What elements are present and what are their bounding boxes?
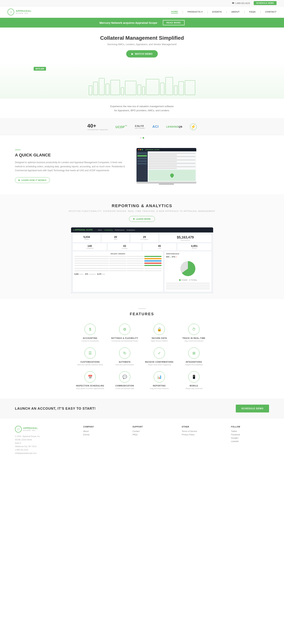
table-header: RECENT ORDERS bbox=[74, 253, 162, 255]
footer-contact-link[interactable]: Contact bbox=[133, 430, 170, 432]
dot-1[interactable] bbox=[140, 137, 142, 138]
bottom-stat-2: 679 Completed bbox=[85, 273, 96, 275]
cell bbox=[74, 260, 109, 262]
integrations-icon: ⊞ bbox=[188, 348, 199, 359]
mobile-desc: Always stay connected bbox=[178, 388, 209, 390]
footer-faqs-link[interactable]: FAQs bbox=[133, 434, 170, 436]
dot-yellow bbox=[140, 149, 141, 150]
monitor-bar: APPRAISAL SCOPE bbox=[137, 148, 196, 151]
communication-title: COMMUNICATION bbox=[109, 385, 140, 387]
data-row bbox=[148, 164, 177, 166]
nav-faqs[interactable]: FAQS bbox=[249, 11, 256, 13]
schedule-demo-cta-button[interactable]: SCHEDULE DEMO bbox=[236, 404, 269, 412]
partner-aci: ACI bbox=[152, 125, 159, 129]
play-icon: ▶ bbox=[132, 52, 134, 55]
dot-green bbox=[142, 149, 143, 150]
navbar: ⬡ APPRAISAL SCOPE INC. HOME | PRODUCTS ▾… bbox=[0, 6, 284, 18]
map-pin bbox=[169, 173, 175, 178]
map-area bbox=[148, 170, 196, 181]
footer-google-link[interactable]: Google+ bbox=[231, 437, 269, 439]
building bbox=[174, 86, 177, 95]
house bbox=[111, 80, 120, 95]
cell-status bbox=[144, 258, 161, 259]
custom-desc: Meet your specific business needs bbox=[75, 364, 106, 366]
settings-title: SETTINGS & FLEXIBILITY bbox=[109, 337, 140, 339]
nav-products[interactable]: PRODUCTS ▾ bbox=[188, 11, 203, 14]
intro-text: Experience the new era of valuation mana… bbox=[0, 99, 284, 118]
data-row bbox=[148, 156, 196, 157]
stat-archive: 4,951 Archive bbox=[177, 243, 211, 250]
legend-dot bbox=[189, 279, 190, 281]
house bbox=[165, 77, 173, 95]
building bbox=[99, 78, 105, 95]
cell bbox=[127, 268, 144, 269]
mobile-icon: 📱 bbox=[188, 371, 199, 382]
feature-reporting: 📊 REPORTING Drag and Drop Functions bbox=[144, 371, 175, 390]
reporting-subtitle: INTUITIVE FUNCTIONALITY. SUPERIOR DESIGN… bbox=[7, 210, 277, 212]
cell bbox=[74, 262, 109, 264]
cell-status bbox=[144, 265, 161, 266]
watch-demo-button[interactable]: ▶ WATCH DEMO bbox=[126, 50, 158, 58]
price-tag: $475,000 bbox=[34, 67, 46, 70]
footer-about-link[interactable]: About bbox=[83, 430, 121, 432]
learn-how-button[interactable]: ▶ LEARN HOW IT WORKS bbox=[15, 177, 50, 183]
building bbox=[106, 84, 109, 95]
track-title: TRACK IN REAL-TIME bbox=[178, 337, 209, 339]
top-bar: ☎ 1-800-321-0123 SCHEDULE DEMO bbox=[0, 0, 284, 6]
automate-icon: ↻ bbox=[119, 348, 130, 359]
footer-logo: ⬡ APPRAISAL SCOPE INC. bbox=[15, 426, 72, 432]
cta-text: LAUNCH AN ACCOUNT, IT'S EASY TO START! bbox=[15, 407, 96, 410]
cell bbox=[127, 262, 144, 264]
section-divider bbox=[15, 150, 20, 150]
feature-accounting: $ ACCOUNTING Connect to Quickbooks bbox=[75, 324, 106, 342]
sidebar-item bbox=[137, 160, 147, 162]
building bbox=[93, 82, 98, 95]
footer-facebook-link[interactable]: Facebook bbox=[231, 434, 269, 436]
monitor-foot bbox=[159, 184, 174, 185]
footer-brand-sub: SCOPE INC. bbox=[23, 430, 38, 432]
sidebar-item-active bbox=[137, 155, 147, 156]
cell bbox=[109, 265, 126, 266]
hero-illustration: $475,000 bbox=[0, 61, 284, 99]
dash-stats-row2: 140 Completed 43 Pending 45 Total 4,951 … bbox=[73, 243, 211, 250]
footer-twitter-link[interactable]: Twitter bbox=[231, 430, 269, 432]
dash-main-area: RECENT ORDERS bbox=[73, 252, 211, 292]
data-row bbox=[148, 153, 196, 154]
nav-home[interactable]: HOME bbox=[171, 10, 178, 14]
data-row bbox=[148, 154, 177, 156]
cell bbox=[127, 258, 144, 259]
schedule-demo-top-btn[interactable]: SCHEDULE DEMO bbox=[254, 1, 277, 5]
logo-icon: ⬡ bbox=[7, 8, 14, 15]
footer-tos-link[interactable]: Terms of Service bbox=[182, 430, 220, 432]
dash-nav-inbox: Inbox bbox=[98, 229, 102, 231]
footer-linkedin-link[interactable]: LinkedIn bbox=[231, 440, 269, 442]
reporting-desc: Drag and Drop Functions bbox=[144, 388, 175, 390]
feature-automate: ↻ AUTOMATE Save time and frustration bbox=[109, 348, 140, 366]
read-more-button[interactable]: READ MORE bbox=[163, 20, 184, 25]
data-row bbox=[148, 166, 196, 167]
bottom-stats: 5,690 Orders 679 Completed 9,279 Total bbox=[74, 273, 162, 275]
table-row bbox=[166, 286, 210, 288]
sidebar-item bbox=[137, 152, 147, 154]
footer-privacy-link[interactable]: Privacy Policy bbox=[182, 434, 220, 436]
footer-events-link[interactable]: Events bbox=[83, 434, 121, 436]
monitor-content bbox=[137, 151, 196, 182]
data-row bbox=[148, 168, 177, 169]
nav-contact[interactable]: CONTACT bbox=[265, 11, 277, 13]
feature-settings: ⚙ SETTINGS & FLEXIBILITY Commercial and … bbox=[109, 324, 140, 342]
dash-logo: ● APPRAISAL SCOPE bbox=[73, 229, 93, 231]
vendor-label: INTEGRATED VENDORS bbox=[87, 129, 108, 130]
dash-nav-performance: Performance bbox=[115, 229, 125, 231]
legend-item-2: Pending bbox=[189, 279, 196, 281]
learn-more-button[interactable]: ▶ LEARN MORE bbox=[129, 216, 155, 222]
footer-brand-name: APPRAISAL bbox=[23, 427, 38, 430]
cell bbox=[74, 268, 109, 269]
nav-events[interactable]: EVENTS bbox=[212, 11, 222, 13]
inspection-title: INSPECTION SCHEDULING bbox=[75, 385, 106, 387]
dash-nav-employees: Employees bbox=[127, 229, 135, 231]
automate-desc: Save time and frustration bbox=[109, 364, 140, 366]
dot-2[interactable] bbox=[143, 137, 144, 138]
nav-about[interactable]: ABOUT bbox=[231, 11, 240, 13]
chart-stats: 94% ▲ 67% ▼ bbox=[166, 256, 177, 258]
pie-chart bbox=[180, 261, 195, 276]
